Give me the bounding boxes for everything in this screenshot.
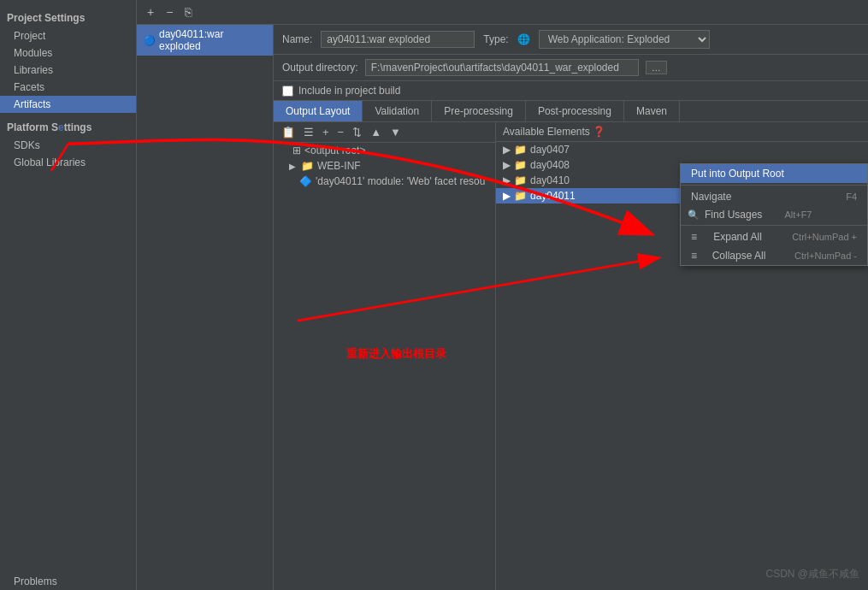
element-label3: day0410 [530,174,570,186]
output-dir-label: Output directory: [282,62,358,74]
collapse-all-icon: ≡ [691,250,697,262]
sidebar-item-global-libraries[interactable]: Global Libraries [0,154,136,171]
context-menu-expand-all[interactable]: ≡ Expand All Ctrl+NumPad + [681,227,867,246]
tree-item-module-facet[interactable]: 🔷 'day04011' module: 'Web' facet resou [274,174,495,189]
include-label: Include in project build [298,85,400,97]
folder-icon-yellow: 📁 [514,144,527,156]
folder-icon-yellow4: 📁 [514,190,527,202]
put-into-output-root-label: Put into Output Root [691,168,784,180]
remove-artifact-button[interactable]: − [162,3,176,21]
sidebar-item-facets[interactable]: Facets [0,79,136,96]
folder-icon2: ▶ [503,159,511,171]
folder-icon-yellow2: 📁 [514,159,527,171]
sort-btn[interactable]: ⇅ [350,125,364,139]
browse-button[interactable]: … [646,61,667,74]
tabs-row: Output Layout Validation Pre-processing … [274,101,868,122]
name-type-row: Name: Type: 🌐 Web Application: Exploded [274,25,868,55]
tab-output-layout[interactable]: Output Layout [274,101,363,121]
include-row: Include in project build [274,81,868,101]
show-content-btn[interactable]: 📋 [279,125,298,139]
find-icon: 🔍 [688,209,700,221]
find-usages-row: 🔍 Find Usages Alt+F7 [681,206,867,223]
tree-toolbar: 📋 ☰ + − ⇅ ▲ ▼ [274,122,495,143]
artifact-toolbar: + − ⎘ [137,0,868,25]
type-label: Type: [483,33,508,45]
expand-all-shortcut: Ctrl+NumPad + [792,232,857,242]
output-dir-input[interactable] [365,59,639,76]
tree-panel: 📋 ☰ + − ⇅ ▲ ▼ ⊞ [274,122,496,590]
artifact-icon: 🔵 [144,35,156,46]
context-menu: Put into Output Root Navigate F4 🔍 Find … [680,163,868,266]
expand-all-icon: ≡ [691,231,697,243]
add-btn[interactable]: + [320,125,332,139]
artifact-name: day04011:war exploded [159,28,266,52]
content-area: 🔵 day04011:war exploded Name: Type: 🌐 We… [137,25,868,590]
tab-validation[interactable]: Validation [363,101,432,121]
find-usages-label: Find Usages [705,209,762,221]
folder-icon-yellow3: 📁 [514,174,527,186]
element-day0407[interactable]: ▶ 📁 day0407 [496,142,868,157]
watermark: CSDN @咸鱼不咸鱼 [765,567,859,581]
project-settings-title: Project Settings [0,7,136,27]
add-artifact-button[interactable]: + [144,3,157,21]
tree-item-output-root[interactable]: ⊞ <output root> [274,143,495,158]
type-icon: 🌐 [517,33,530,45]
body-area: Project Settings Project Modules Librari… [0,0,868,590]
output-root-icon: ⊞ [292,145,301,156]
type-select[interactable]: Web Application: Exploded [539,30,710,49]
web-inf-icon: 📁 [301,160,314,172]
artifact-list-pane: 🔵 day04011:war exploded [137,25,274,590]
tree-item-web-inf[interactable]: ▶ 📁 WEB-INF [274,158,495,174]
folder-icon: ▶ [503,144,511,156]
up-btn[interactable]: ▲ [368,125,384,139]
element-label4: day04011 [530,190,576,202]
app-window: Project Settings Project Modules Librari… [0,0,868,590]
sidebar-item-problems[interactable]: Problems [0,573,136,590]
artifact-item[interactable]: 🔵 day04011:war exploded [137,25,273,56]
sidebar-item-project[interactable]: Project [0,27,136,44]
navigate-shortcut: F4 [846,192,857,202]
module-facet-icon: 🔷 [299,175,312,187]
context-menu-sep2 [681,225,867,226]
sidebar-item-sdks[interactable]: SDKs [0,137,136,154]
sidebar: Project Settings Project Modules Librari… [0,0,137,590]
tree-arrow-web-inf: ▶ [289,162,298,171]
context-menu-put-into-output-root[interactable]: Put into Output Root [681,164,867,183]
element-label2: day0408 [530,159,570,171]
list-btn[interactable]: ☰ [301,125,316,139]
element-label: day0407 [530,144,570,156]
down-btn[interactable]: ▼ [387,125,404,139]
elements-header: Available Elements ❓ [496,122,868,142]
sidebar-item-libraries[interactable]: Libraries [0,62,136,79]
split-panel: 📋 ☰ + − ⇅ ▲ ▼ ⊞ [274,122,868,590]
expand-all-label: Expand All [713,231,762,243]
context-menu-navigate[interactable]: Navigate F4 [681,187,867,206]
copy-artifact-button[interactable]: ⎘ [181,3,195,21]
find-usages-shortcut: Alt+F7 [784,209,812,220]
context-menu-collapse-all[interactable]: ≡ Collapse All Ctrl+NumPad - [681,246,867,265]
folder-icon3: ▶ [503,174,511,186]
name-label: Name: [282,33,312,45]
remove-btn[interactable]: − [335,125,347,139]
collapse-all-label: Collapse All [712,250,766,262]
name-input[interactable] [321,31,475,48]
available-elements-label: Available Elements ❓ [503,126,605,138]
collapse-all-shortcut: Ctrl+NumPad - [794,251,857,261]
platform-settings-title: Platform Settings [0,113,136,137]
include-checkbox[interactable] [282,86,293,97]
right-panel: + − ⎘ 🔵 day04011:war exploded Name: [137,0,868,590]
output-root-label: <output root> [304,145,365,156]
navigate-label: Navigate [691,191,731,203]
folder-icon4: ▶ [503,190,511,202]
tab-pre-processing[interactable]: Pre-processing [432,101,526,121]
web-inf-label: WEB-INF [317,160,361,172]
sidebar-item-artifacts[interactable]: Artifacts [0,96,136,113]
output-dir-row: Output directory: … [274,55,868,81]
context-menu-sep1 [681,185,867,186]
tab-maven[interactable]: Maven [624,101,680,121]
tree-content: ⊞ <output root> ▶ 📁 WEB-INF 🔷 [274,143,495,590]
tab-post-processing[interactable]: Post-processing [526,101,624,121]
sidebar-item-modules[interactable]: Modules [0,44,136,62]
main-detail: Name: Type: 🌐 Web Application: Exploded … [274,25,868,590]
module-facet-label: 'day04011' module: 'Web' facet resou [316,175,485,187]
